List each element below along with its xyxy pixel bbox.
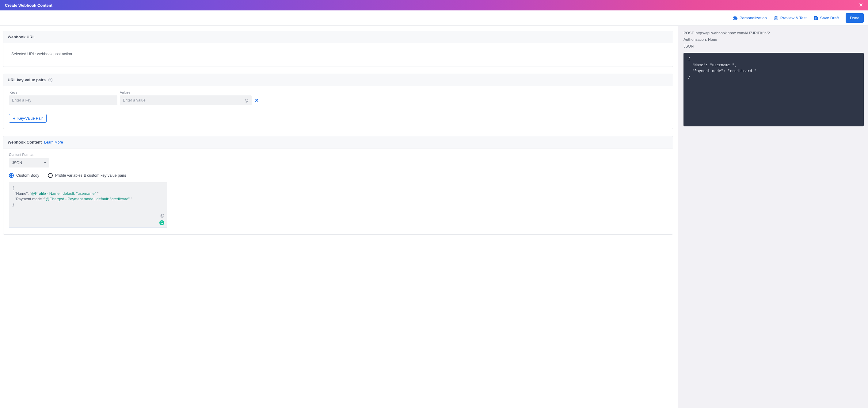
kv-title: URL key-value pairs [8,78,46,82]
preview-pane: POST: http://api.webhookinbox.com/i/U7JR… [678,26,868,408]
radio-custom-label: Custom Body [16,173,39,178]
add-kv-label: Key-Value Pair [18,116,42,121]
plus-icon: + [13,116,16,121]
help-icon[interactable]: ? [48,78,53,82]
modal-header: Create Webhook Content [0,0,868,10]
preview-auth-value: None [708,37,717,42]
grammarly-icon: G [159,220,164,225]
custom-body-editor[interactable]: { "Name": "@Profile - Name | default: "u… [9,182,167,228]
kv-row: @ ✕ [9,95,667,105]
personalization-button[interactable]: Personalization [733,16,767,21]
at-icon[interactable]: @ [245,98,249,103]
preview-test-label: Preview & Test [780,16,807,20]
svg-rect-4 [775,16,777,17]
preview-method-row: POST: http://api.webhookinbox.com/i/U7JR… [683,30,864,36]
preview-method-label: POST: [683,31,694,35]
preview-test-button[interactable]: Preview & Test [774,16,807,21]
webhook-url-title: Webhook URL [8,35,35,39]
preview-format: JSON [683,43,864,50]
content-header: Webhook Content Learn More [3,136,673,148]
cb-token-name: @Profile - Name | default: "username" [31,192,97,196]
save-draft-label: Save Draft [820,16,839,20]
preview-code: { "Name": "username ", "Payment mode": "… [683,53,864,126]
content-format-select[interactable]: JSON [9,158,49,168]
save-icon [813,16,818,21]
webhook-url-section: Webhook URL Selected URL: webhook post a… [3,31,673,67]
selected-url-value: webhook post action [37,52,72,56]
puzzle-icon [733,16,738,21]
radio-unchecked-icon [48,173,53,178]
preview-auth-label: Authorization: [683,37,707,42]
value-input[interactable] [120,95,252,105]
close-icon[interactable] [859,3,863,8]
content-section: Webhook Content Learn More Content Forma… [3,136,673,235]
personalization-label: Personalization [740,16,767,20]
cb-token-payment: @Charged - Payment mode | default: "cred… [46,197,131,201]
at-icon[interactable]: @ [160,213,164,218]
radio-custom-body[interactable]: Custom Body [9,173,39,178]
toolbar: Personalization Preview & Test Save Draf… [0,10,868,26]
preview-auth-row: Authorization: None [683,36,864,43]
kv-header: URL key-value pairs ? [3,74,673,86]
keys-label: Keys [9,90,117,94]
kv-section: URL key-value pairs ? Keys Values @ ✕ [3,74,673,129]
svg-point-3 [775,18,777,19]
radio-profile-label: Profile variables & custom key value pai… [55,173,126,178]
radio-profile-vars[interactable]: Profile variables & custom key value pai… [48,173,126,178]
content-title: Webhook Content [8,140,42,145]
camera-icon [774,16,778,21]
preview-url: http://api.webhookinbox.com/i/U7JRIFIr/i… [696,31,770,35]
selected-url-row: Selected URL: webhook post action [9,48,667,60]
key-input[interactable] [9,95,117,105]
values-label: Values [120,90,130,94]
learn-more-link[interactable]: Learn More [44,140,63,145]
cb-line-close: } [12,202,164,207]
cb-line-open: { [12,185,164,191]
svg-rect-2 [774,17,778,20]
selected-url-label: Selected URL: [11,52,36,56]
add-kv-button[interactable]: + Key-Value Pair [9,114,46,123]
modal-title: Create Webhook Content [5,3,53,8]
save-draft-button[interactable]: Save Draft [813,16,839,21]
webhook-url-header: Webhook URL [3,31,673,43]
content-format-label: Content Format [9,153,667,156]
done-button[interactable]: Done [846,13,864,23]
radio-checked-icon [9,173,14,178]
remove-kv-icon[interactable]: ✕ [254,97,259,104]
